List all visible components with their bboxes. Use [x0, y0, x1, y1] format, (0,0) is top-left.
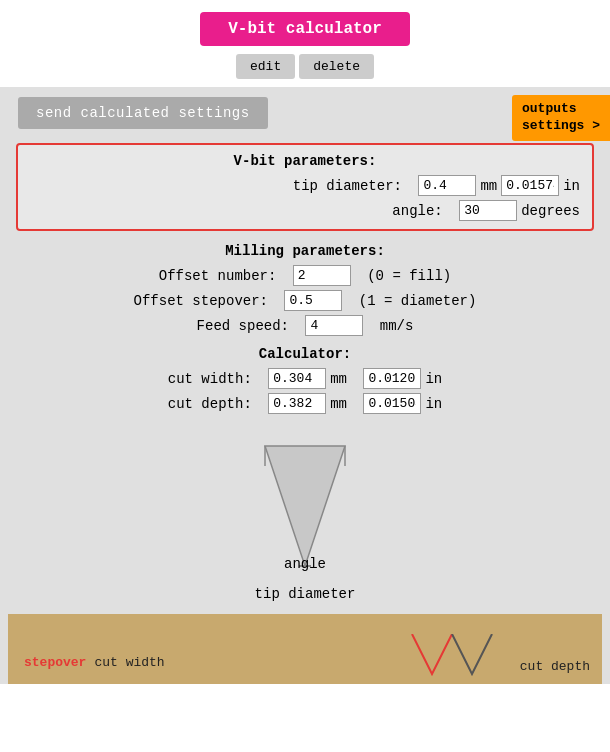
offset-stepover-input[interactable]: [284, 290, 342, 311]
stepover-label: stepover: [24, 655, 86, 670]
offset-stepover-label: Offset stepover:: [134, 293, 268, 309]
tip-diameter-in-input[interactable]: [501, 175, 559, 196]
cut-width-in-input[interactable]: [363, 368, 421, 389]
vbit-params-title: V-bit parameters:: [30, 153, 580, 169]
title-button[interactable]: V-bit calculator: [200, 12, 410, 46]
tip-diameter-label: tip diameter:: [293, 178, 402, 194]
outputs-line2: settings >: [522, 118, 600, 135]
delete-button[interactable]: delete: [299, 54, 374, 79]
offset-number-label: Offset number:: [159, 268, 277, 284]
cut-depth-in-unit: in: [425, 396, 442, 412]
outputs-badge[interactable]: outputs settings >: [512, 95, 610, 141]
milling-params-title: Milling parameters:: [28, 243, 582, 259]
feed-speed-input[interactable]: [305, 315, 363, 336]
angle-label: angle:: [392, 203, 442, 219]
offset-number-input[interactable]: [293, 265, 351, 286]
svg-marker-0: [265, 446, 345, 566]
cut-width-diagram-label: cut width: [94, 655, 164, 670]
angle-diagram-label: angle: [284, 556, 326, 572]
calculator-title: Calculator:: [28, 346, 582, 362]
feed-speed-unit: mm/s: [380, 318, 414, 334]
cut-width-mm-unit: mm: [330, 371, 347, 387]
cut-width-mm-input[interactable]: [268, 368, 326, 389]
cut-width-in-unit: in: [425, 371, 442, 387]
cross-section-svg: [402, 634, 562, 684]
edit-button[interactable]: edit: [236, 54, 295, 79]
send-settings-button[interactable]: send calculated settings: [18, 97, 268, 129]
angle-unit: degrees: [521, 203, 580, 219]
cut-depth-mm-unit: mm: [330, 396, 347, 412]
offset-number-hint: (0 = fill): [367, 268, 451, 284]
cut-depth-in-input[interactable]: [363, 393, 421, 414]
feed-speed-label: Feed speed:: [197, 318, 289, 334]
vbit-diagram: [205, 436, 405, 596]
cut-width-label: cut width:: [168, 371, 252, 387]
cut-depth-label: cut depth:: [168, 396, 252, 412]
tip-diameter-diagram-label: tip diameter: [255, 586, 356, 602]
offset-stepover-hint: (1 = diameter): [359, 293, 477, 309]
tip-mm-unit: mm: [480, 178, 497, 194]
outputs-line1: outputs: [522, 101, 600, 118]
cut-depth-mm-input[interactable]: [268, 393, 326, 414]
angle-input[interactable]: [459, 200, 517, 221]
tip-diameter-mm-input[interactable]: [418, 175, 476, 196]
tip-in-unit: in: [563, 178, 580, 194]
